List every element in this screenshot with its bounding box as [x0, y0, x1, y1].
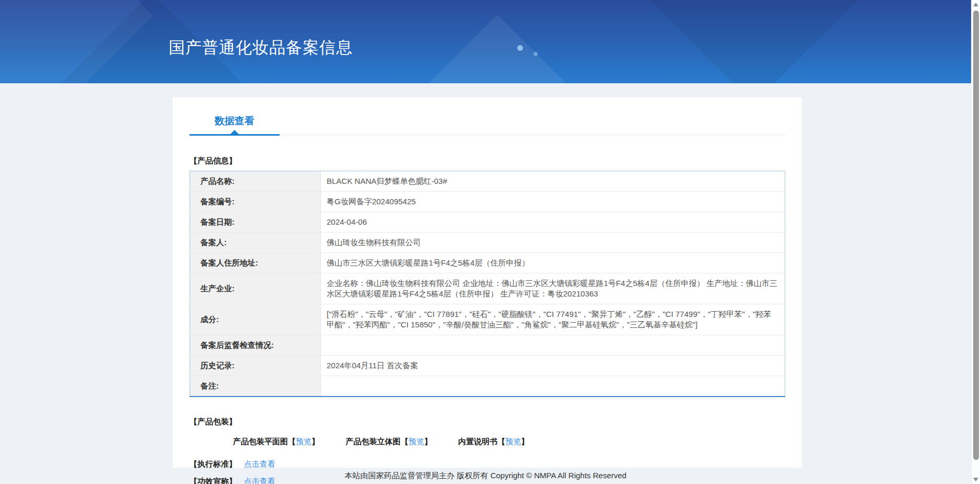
browser-scrollbar[interactable]	[971, 0, 980, 484]
row-value: 佛山市三水区大塘镇彩暖星路1号F4之5栋4层（住所申报）	[321, 253, 785, 273]
standards-view-link[interactable]: 点击查看	[244, 459, 275, 468]
decorative-dot	[517, 45, 523, 51]
tab-data-view-label: 数据查看	[215, 115, 254, 126]
table-row: 备案日期: 2024-04-06	[190, 212, 785, 233]
footer-copyright: 本站由国家药品监督管理局主办 版权所有 Copyright © NMPA All…	[0, 468, 971, 481]
table-row: 成分: ["滑石粉"，"云母"，"矿油"，"CI 77891"，"硅石"，"硬脂…	[190, 304, 785, 335]
row-label: 备案后监督检查情况:	[190, 335, 321, 356]
table-row: 产品名称: BLACK NANA归梦蝶单色腮红-03#	[190, 171, 785, 192]
row-label: 历史记录:	[190, 356, 321, 376]
table-row: 备案后监督检查情况:	[190, 335, 785, 356]
row-value: BLACK NANA归梦蝶单色腮红-03#	[321, 171, 785, 192]
packaging-manual-preview-link[interactable]: 预览	[505, 437, 521, 446]
scrollbar-thumb[interactable]	[973, 10, 979, 460]
row-label: 备案日期:	[190, 212, 321, 233]
tab-active-caret-icon	[230, 130, 239, 134]
row-label: 备案编号:	[190, 192, 321, 212]
packaging-flat-image-preview-link[interactable]: 预览	[296, 437, 311, 446]
packaging-section-title: 【产品包装】	[190, 417, 785, 427]
tab-active-underline	[190, 134, 280, 136]
row-value: 2024年04月11日 首次备案	[321, 356, 785, 376]
tab-data-view[interactable]: 数据查看	[190, 114, 280, 135]
table-row: 备案人住所地址: 佛山市三水区大塘镇彩暖星路1号F4之5栋4层（住所申报）	[190, 253, 785, 273]
product-info-section-title: 【产品信息】	[190, 156, 785, 166]
row-label: 备案人:	[190, 233, 321, 253]
row-value	[321, 335, 785, 356]
table-row: 备案编号: 粤G妆网备字2024095425	[190, 192, 785, 212]
row-label: 生产企业:	[190, 273, 321, 304]
product-info-table: 产品名称: BLACK NANA归梦蝶单色腮红-03# 备案编号: 粤G妆网备字…	[190, 171, 785, 397]
row-label: 备注:	[190, 376, 321, 397]
bracket: 【	[288, 437, 296, 446]
packaging-manual-item: 内置说明书【预览】	[458, 437, 529, 447]
packaging-3d-image-item: 产品包装立体图【预览】	[346, 437, 432, 447]
bracket: 】	[521, 437, 529, 446]
decorative-cube-shape	[386, 15, 608, 83]
scrollbar-up-arrow-icon[interactable]	[973, 3, 978, 6]
row-value: 2024-04-06	[321, 212, 785, 233]
packaging-manual-label: 内置说明书	[458, 437, 497, 446]
row-value	[321, 376, 785, 397]
row-value: 企业名称：佛山琦妆生物科技有限公司 企业地址：佛山市三水区大塘镇彩暖星路1号F4…	[321, 273, 785, 304]
header-banner: 国产普通化妆品备案信息	[0, 0, 971, 83]
row-label: 备案人住所地址:	[190, 253, 321, 273]
decorative-dot	[533, 52, 538, 56]
content-card: 数据查看 【产品信息】 产品名称: BLACK NANA归梦蝶单色腮红-03# …	[173, 97, 802, 468]
table-row: 备案人: 佛山琦妆生物科技有限公司	[190, 233, 785, 253]
table-row: 历史记录: 2024年04月11日 首次备案	[190, 356, 785, 376]
row-value: 佛山琦妆生物科技有限公司	[321, 233, 785, 253]
decorative-cube-shape	[650, 0, 858, 83]
row-value: 粤G妆网备字2024095425	[321, 192, 785, 212]
bracket: 【	[497, 437, 505, 446]
page-title: 国产普通化妆品备案信息	[169, 37, 353, 59]
bracket: 【	[400, 437, 408, 446]
bracket: 】	[424, 437, 432, 446]
packaging-flat-image-label: 产品包装平面图	[233, 437, 288, 446]
packaging-flat-image-item: 产品包装平面图【预览】	[233, 437, 319, 447]
tab-strip: 数据查看	[190, 114, 785, 135]
row-value: ["滑石粉"，"云母"，"矿油"，"CI 77891"，"硅石"，"硬脂酸镁"，…	[321, 304, 785, 335]
packaging-3d-image-preview-link[interactable]: 预览	[408, 437, 424, 446]
packaging-links-row: 产品包装平面图【预览】 产品包装立体图【预览】 内置说明书【预览】	[190, 437, 785, 447]
table-row: 备注:	[190, 376, 785, 397]
table-row: 生产企业: 企业名称：佛山琦妆生物科技有限公司 企业地址：佛山市三水区大塘镇彩暖…	[190, 273, 785, 304]
standards-section-title: 【执行标准】	[190, 459, 237, 468]
row-label: 产品名称:	[190, 171, 321, 192]
bracket: 】	[311, 437, 319, 446]
row-label: 成分:	[190, 304, 321, 335]
packaging-3d-image-label: 产品包装立体图	[346, 437, 400, 446]
scrollbar-down-arrow-icon[interactable]	[973, 478, 978, 481]
